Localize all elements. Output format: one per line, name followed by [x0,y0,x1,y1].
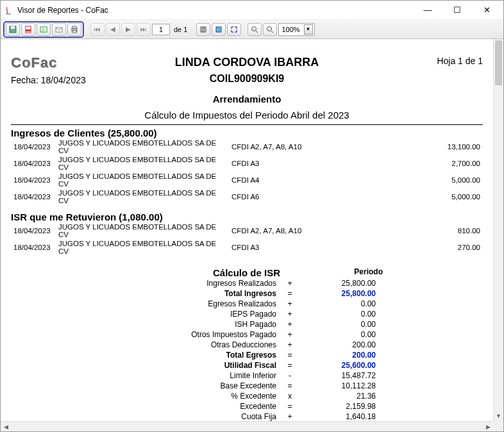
pdf-icon[interactable] [21,23,35,36]
calc-op: x [280,391,299,401]
logo: CoFac [11,54,57,71]
calc-op: = [280,360,299,370]
svg-rect-3 [26,29,31,31]
svg-line-19 [271,31,273,33]
cell-date: 18/04/2023 [11,239,56,256]
cell-date: 18/04/2023 [11,172,56,188]
close-button[interactable]: ✕ [478,4,496,17]
calc-label: Ingresos Realizados [11,278,280,288]
last-page-icon[interactable]: ⏭ [137,23,151,36]
cell-amount: 270.00 [325,239,483,256]
calc-row: Ingresos Realizados+25,800.00 [11,278,376,288]
svg-text:X: X [42,28,45,32]
vertical-scrollbar[interactable]: ▲ ▼ [493,39,503,421]
calc-value: 0.00 [299,299,376,309]
calc-label: IEPS Pagado [11,309,280,319]
calc-label: Total Ingresos [11,288,280,299]
table-row: 18/04/2023JUGOS Y LICUADOS EMBOTELLADOS … [11,155,483,172]
cell-amount: 5,000.00 [325,188,483,205]
calc-label: Base Excedente [11,381,280,391]
table-row: 18/04/2023JUGOS Y LICUADOS EMBOTELLADOS … [11,188,483,205]
calc-row: ISH Pagado+0.00 [11,319,376,329]
page-indicator: Hoja 1 de 1 [437,56,483,66]
titlebar: Visor de Reportes - CoFac — ☐ ✕ [1,1,503,20]
next-page-icon[interactable]: ▶ [121,23,135,36]
minimize-button[interactable]: — [419,4,437,17]
mail-icon[interactable] [52,23,66,36]
calc-value: 200.00 [299,340,376,350]
window-title: Visor de Reportes - CoFac [17,6,419,15]
zoom-in-icon[interactable]: + [248,23,262,36]
calc-value: 25,600.00 [299,360,376,370]
table-row: 18/04/2023JUGOS Y LICUADOS EMBOTELLADOS … [11,172,483,188]
calc-row: IEPS Pagado+0.00 [11,309,376,319]
calc-value: 25,800.00 [299,278,376,288]
print-icon[interactable] [67,23,81,36]
calc-period-head: Periodo [306,267,383,278]
calc-value: 2,159.98 [299,401,376,411]
svg-text:+: + [253,27,255,31]
horizontal-scrollbar[interactable]: ◀ ▶ [1,421,493,431]
calc-label: ISH Pagado [11,319,280,329]
zoom-select[interactable]: 100% ▼ [278,23,314,36]
first-page-icon[interactable]: ⏮ [90,23,105,36]
calc-row: Total Egresos=200.00 [11,350,376,360]
prev-page-icon[interactable]: ◀ [106,23,120,36]
isrret-table: 18/04/2023JUGOS Y LICUADOS EMBOTELLADOS … [11,222,483,256]
cell-date: 18/04/2023 [11,155,56,172]
excel-icon[interactable]: X [37,23,51,36]
window-controls: — ☐ ✕ [419,4,501,17]
calc-value: 200.00 [299,350,376,360]
calc-op: + [280,340,299,350]
scroll-thumb[interactable] [495,40,502,85]
cell-amount: 2,700.00 [325,155,483,172]
cell-ref: CFDI A3 [229,239,325,256]
zoom-out-icon[interactable]: − [263,23,277,36]
cell-amount: 5,000.00 [325,172,483,188]
cell-client: JUGOS Y LICUADOS EMBOTELLADOS SA DE CV [56,188,229,205]
chevron-down-icon: ▼ [304,24,313,35]
scroll-down-icon[interactable]: ▼ [494,411,503,421]
cell-ref: CFDI A3 [229,155,325,172]
scroll-corner [493,421,503,431]
calc-label: Utilidad Fiscal [11,360,280,370]
ingresos-table: 18/04/2023JUGOS Y LICUADOS EMBOTELLADOS … [11,138,483,205]
calc-value: 25,800.00 [299,288,376,299]
report-page: CoFac Fecha: 18/04/2023 Hoja 1 de 1 LIND… [6,43,488,431]
actual-size-icon[interactable] [196,23,210,36]
tax-regime: Arrendamiento [11,94,483,104]
calc-row: Otras Deducciones+200.00 [11,340,376,350]
calc-row: % Excedentex21.36 [11,391,376,401]
calc-row: Cuota Fija+1,640.18 [11,411,376,422]
calc-value: 15,487.72 [299,370,376,381]
cell-ref: CFDI A4 [229,172,325,188]
calc-op: + [280,309,299,319]
svg-rect-1 [11,26,15,29]
cell-client: JUGOS Y LICUADOS EMBOTELLADOS SA DE CV [56,155,229,172]
cell-client: JUGOS Y LICUADOS EMBOTELLADOS SA DE CV [56,222,229,239]
calc-label: Otras Deducciones [11,340,280,350]
calc-op: = [280,288,299,299]
report-period: Cálculo de Impuestos del Periodo Abril d… [11,110,483,120]
fit-page-icon[interactable] [212,23,226,36]
calc-row: Total Ingresos=25,800.00 [11,288,376,299]
calc-op: + [280,411,299,422]
calc-row: Base Excedente=10,112.28 [11,381,376,391]
export-group: X [3,21,84,38]
scroll-right-icon[interactable]: ▶ [483,422,493,431]
page-number-input[interactable] [152,24,170,35]
taxpayer-name: LINDA CORDOVA IBARRA [11,56,483,69]
section-ingresos-title: Ingresos de Clientes (25,800.00) [11,128,483,138]
calc-row: Utilidad Fiscal=25,600.00 [11,360,376,370]
save-icon[interactable] [6,23,20,36]
maximize-button[interactable]: ☐ [448,4,466,17]
calc-row: Excedente=2,159.98 [11,401,376,411]
fit-width-icon[interactable] [227,23,241,36]
calc-table: Ingresos Realizados+25,800.00Total Ingre… [11,278,376,431]
section-isrret-title: ISR que me Retuvieron (1,080.00) [11,212,483,222]
scroll-left-icon[interactable]: ◀ [1,422,11,431]
svg-line-16 [256,31,258,33]
calc-row: Limite Inferior-15,487.72 [11,370,376,381]
cell-date: 18/04/2023 [11,188,56,205]
cell-ref: CFDI A2, A7, A8, A10 [229,222,325,239]
